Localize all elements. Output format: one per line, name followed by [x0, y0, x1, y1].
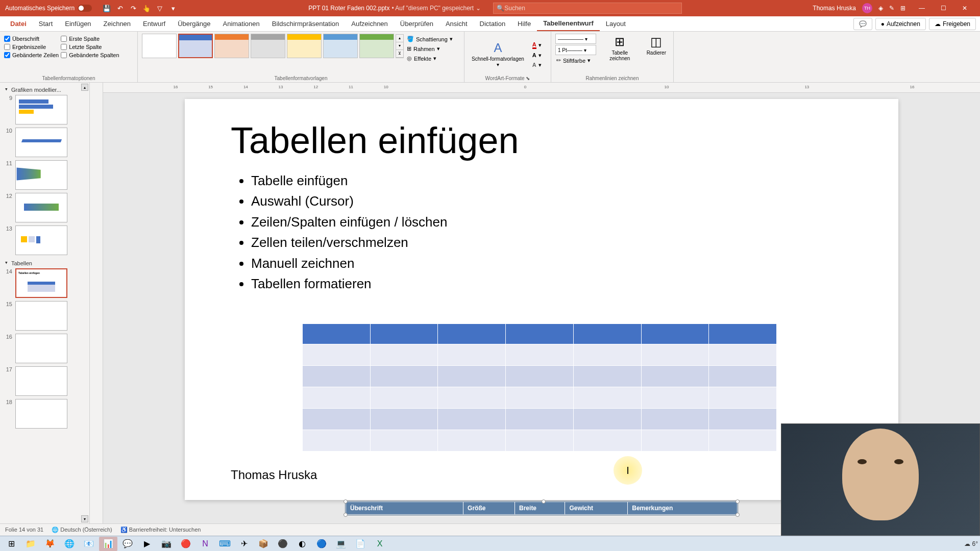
floating-selected-table[interactable]: Überschrift Größe Breite Gewicht Bemerku… [345, 501, 738, 515]
table-style-2-selected[interactable] [178, 34, 213, 58]
telegram-icon[interactable]: ✈ [235, 537, 253, 551]
share-button[interactable]: ☁ Freigeben [929, 18, 976, 30]
check-first-col[interactable]: Erste Spalte [61, 36, 119, 42]
bullet-5[interactable]: Manuell zeichnen [251, 254, 852, 272]
tab-layout[interactable]: Layout [600, 17, 632, 31]
table-style-6[interactable] [323, 34, 358, 58]
eraser-button[interactable]: ◫ Radierer [644, 34, 669, 57]
autosave-toggle[interactable]: Automatisches Speichern [0, 5, 97, 12]
tab-view[interactable]: Ansicht [439, 17, 474, 31]
pen-style-select[interactable]: ————— ▾ [555, 34, 596, 44]
check-banded-rows[interactable]: Gebänderte Zeilen [4, 52, 59, 58]
table-style-7[interactable] [359, 34, 394, 58]
gallery-down-icon[interactable]: ▾ [396, 42, 403, 50]
tab-tabledesign[interactable]: Tabellenentwurf [537, 16, 600, 31]
float-header-3[interactable]: Breite [515, 502, 565, 515]
app-icon-3[interactable]: 🔴 [177, 537, 195, 551]
check-total-row[interactable]: Ergebniszeile [4, 44, 59, 50]
bullet-3[interactable]: Zeilen/Spalten einfügen / löschen [251, 213, 852, 231]
slide-counter[interactable]: Folie 14 von 31 [5, 527, 43, 533]
outlook-icon[interactable]: 📧 [80, 537, 98, 551]
bullet-6[interactable]: Tabellen formatieren [251, 274, 852, 293]
qat-more-icon[interactable]: ▾ [168, 4, 178, 13]
vscode-icon[interactable]: ⌨ [215, 537, 234, 551]
app-icon-5[interactable]: ◐ [293, 537, 311, 551]
tab-transitions[interactable]: Übergänge [172, 17, 216, 31]
vlc-icon[interactable]: ▶ [138, 537, 156, 551]
minimize-button[interactable]: — [912, 0, 932, 16]
gallery-more-icon[interactable]: ⊻ [396, 50, 403, 58]
pen-weight-select[interactable]: 1 Pt ——— ▾ [555, 45, 596, 55]
tab-design[interactable]: Entwurf [137, 17, 172, 31]
bullet-4[interactable]: Zellen teilen/verschmelzen [251, 233, 852, 252]
chrome-icon[interactable]: 🌐 [60, 537, 79, 551]
bullet-2[interactable]: Auswahl (Cursor) [251, 192, 852, 210]
thumbnail-12[interactable] [15, 193, 67, 222]
excel-icon[interactable]: X [371, 537, 389, 551]
undo-icon[interactable]: ↶ [115, 4, 125, 13]
quickstyles-button[interactable]: A Schnell-formatvorlagen ▾ [469, 40, 527, 68]
powerpoint-icon[interactable]: 📊 [99, 537, 117, 551]
maximize-button[interactable]: ☐ [933, 0, 953, 16]
draw-table-button[interactable]: ⊞ Tabelle zeichnen [598, 34, 642, 62]
obs-icon[interactable]: ⚫ [274, 537, 292, 551]
float-header-1[interactable]: Überschrift [346, 502, 463, 515]
slide-bullets[interactable]: Tabelle einfügen Auswahl (Cursor) Zeilen… [231, 171, 852, 293]
language-indicator[interactable]: 🌐 Deutsch (Österreich) [52, 527, 112, 533]
thumbnail-10[interactable] [15, 128, 67, 157]
tab-file[interactable]: Datei [4, 17, 33, 31]
start-button[interactable]: ⊞ [2, 537, 20, 551]
thumbnail-13[interactable] [15, 226, 67, 255]
tab-help[interactable]: Hilfe [511, 17, 537, 31]
app-icon-7[interactable]: 💻 [332, 537, 350, 551]
app-icon-6[interactable]: 🔵 [312, 537, 331, 551]
record-button[interactable]: ● Aufzeichnen [875, 18, 926, 30]
tab-insert[interactable]: Einfügen [59, 17, 97, 31]
tab-start[interactable]: Start [33, 17, 59, 31]
search-box[interactable]: 🔍 [493, 3, 682, 14]
pen-icon[interactable]: ✎ [889, 5, 894, 12]
thumbnail-17[interactable] [15, 366, 67, 396]
app-icon-4[interactable]: 📦 [254, 537, 273, 551]
float-header-5[interactable]: Bemerkungen [628, 502, 738, 515]
tab-animations[interactable]: Animationen [216, 17, 265, 31]
tab-dictation[interactable]: Dictation [474, 17, 512, 31]
thumbnail-16[interactable] [15, 334, 67, 363]
close-button[interactable]: ✕ [954, 0, 975, 16]
user-avatar[interactable]: TH [862, 3, 872, 13]
onenote-icon[interactable]: N [196, 537, 214, 551]
tab-review[interactable]: Überprüfen [394, 17, 439, 31]
tab-slideshow[interactable]: Bildschirmpräsentation [266, 17, 346, 31]
app-icon-2[interactable]: 📷 [157, 537, 176, 551]
weather-widget[interactable]: ☁ 6° [964, 540, 978, 547]
touch-mode-icon[interactable]: 👆 [142, 4, 151, 13]
comments-button[interactable]: 💬 [853, 18, 872, 30]
diamond-icon[interactable]: ◈ [878, 5, 883, 12]
check-banded-cols[interactable]: Gebänderte Spalten [61, 52, 119, 58]
section-tables[interactable]: Tabellen [4, 258, 85, 268]
slide-title[interactable]: Tabellen einfügen [231, 119, 852, 161]
window-layout-icon[interactable]: ⊞ [900, 5, 905, 12]
accessibility-checker[interactable]: ♿ Barrierefreiheit: Untersuchen [120, 527, 201, 533]
text-outline-dropdown[interactable]: A ▾ [531, 51, 543, 60]
tab-record[interactable]: Aufzeichnen [345, 17, 394, 31]
save-icon[interactable]: 💾 [102, 4, 111, 13]
table-style-3[interactable] [214, 34, 249, 58]
redo-icon[interactable]: ↷ [129, 4, 138, 13]
slide-author[interactable]: Thomas Hruska [231, 468, 317, 482]
effects-dropdown[interactable]: ◎ Effekte ▾ [406, 54, 454, 63]
thumbnail-9[interactable] [15, 95, 67, 124]
table-style-5[interactable] [287, 34, 322, 58]
table-style-1[interactable] [142, 34, 177, 58]
text-effects-dropdown[interactable]: A ▾ [531, 61, 543, 69]
borders-dropdown[interactable]: ⊞ Rahmen ▾ [406, 44, 454, 53]
from-beginning-icon[interactable]: ▽ [155, 4, 164, 13]
check-last-col[interactable]: Letzte Spalte [61, 44, 119, 50]
table-style-4[interactable] [251, 34, 285, 58]
thumb-scroll-down[interactable]: ▾ [81, 515, 88, 522]
slide-main-table[interactable] [302, 323, 777, 452]
gallery-up-icon[interactable]: ▴ [396, 35, 403, 42]
thumbnail-11[interactable] [15, 160, 67, 190]
float-header-4[interactable]: Gewicht [565, 502, 628, 515]
tab-draw[interactable]: Zeichnen [97, 17, 137, 31]
